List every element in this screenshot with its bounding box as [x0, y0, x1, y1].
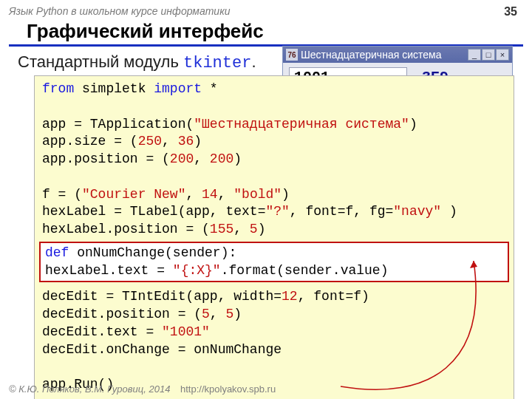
window-titlebar: 76 Шестнадцатеричная система _ □ × [283, 47, 512, 63]
code-block: from simpletk import * app = TApplicatio… [34, 75, 514, 399]
close-button[interactable]: × [496, 49, 509, 61]
window-title-text: Шестнадцатеричная система [301, 49, 465, 61]
slide-title: Графический интерфейс [9, 18, 523, 47]
subtitle-module: tkinter [183, 54, 251, 72]
window-icon: 76 [286, 49, 298, 61]
onchange-assignment: decEdit.onChange = onNumChange [42, 342, 282, 357]
footer-credit: © К.Ю. Поляков, В.М. Гуровиц, 2014 [9, 383, 170, 395]
kw-import: import [154, 81, 202, 96]
kw-def: def [45, 245, 69, 260]
maximize-button[interactable]: □ [482, 49, 495, 61]
subtitle-post: . [251, 52, 256, 71]
kw-from: from [42, 81, 74, 96]
subtitle-pre: Стандартный модуль [18, 52, 183, 71]
header-context: Язык Python в школьном курсе информатики [0, 0, 532, 18]
page-number: 35 [504, 5, 517, 18]
highlighted-block: def onNumChange(sender): hexLabel.text =… [39, 242, 509, 283]
footer: © К.Ю. Поляков, В.М. Гуровиц, 2014 http:… [9, 383, 276, 395]
minimize-button[interactable]: _ [468, 49, 481, 61]
footer-url: http://kpolyakov.spb.ru [180, 383, 276, 395]
